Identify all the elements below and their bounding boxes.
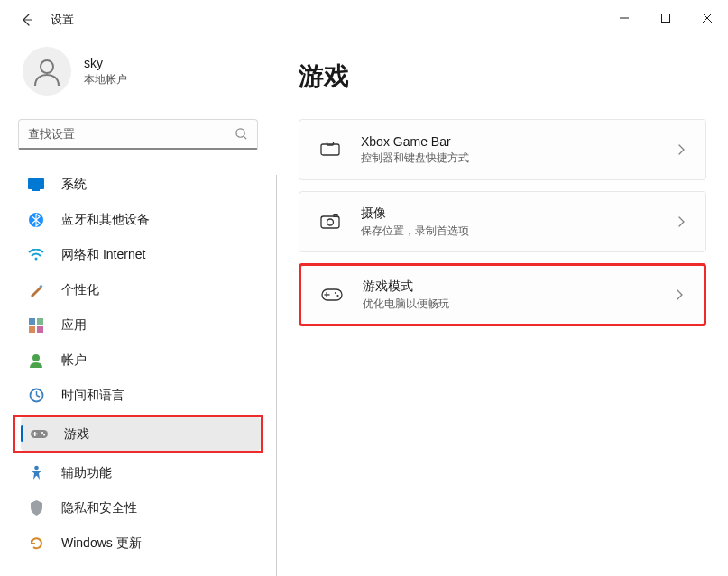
svg-rect-28 [327,142,334,145]
sidebar-item-personalization[interactable]: 个性化 [18,273,262,306]
svg-point-33 [335,292,336,294]
search-input[interactable]: 查找设置 [18,119,258,150]
sidebar-item-label: Windows 更新 [61,535,142,552]
back-button[interactable] [9,2,45,38]
svg-point-17 [32,354,40,361]
content-pane: 游戏 Xbox Game Bar 控制器和键盘快捷方式 摄像 保存位置，录制首选… [277,40,728,576]
sidebar: sky 本地帐户 查找设置 系统 [0,40,276,576]
sidebar-item-label: 个性化 [61,282,99,298]
user-type: 本地帐户 [84,72,127,87]
svg-rect-31 [334,215,337,217]
svg-point-34 [336,295,338,297]
sidebar-item-accounts[interactable]: 帐户 [18,343,262,377]
search-icon [235,127,248,141]
update-icon [27,535,45,553]
svg-rect-8 [28,178,44,189]
gamepad-outline-icon [321,284,343,306]
user-name: sky [84,56,127,70]
sidebar-item-privacy[interactable]: 隐私和安全性 [18,491,262,525]
close-button[interactable] [687,0,728,36]
maximize-icon [660,13,671,23]
svg-rect-9 [32,189,40,191]
search-placeholder: 查找设置 [28,126,235,142]
wifi-icon [27,246,45,264]
page-title: 游戏 [299,59,706,94]
window-title: 设置 [51,12,74,28]
titlebar: 设置 [0,0,728,40]
sidebar-item-time[interactable]: 时间和语言 [18,379,262,412]
sidebar-item-label: 应用 [61,317,87,334]
xbox-icon [319,139,341,160]
camera-icon [319,211,341,233]
svg-rect-13 [29,318,35,325]
accessibility-icon [27,464,45,482]
chevron-right-icon [677,215,686,228]
svg-rect-14 [37,318,43,325]
chevron-right-icon [675,288,684,301]
sidebar-item-label: 系统 [61,177,87,193]
card-subtitle: 保存位置，录制首选项 [361,224,657,239]
svg-point-30 [327,219,334,225]
shield-icon [27,499,45,517]
svg-point-26 [34,466,39,471]
sidebar-item-label: 网络和 Internet [61,247,145,263]
svg-rect-25 [32,434,37,435]
svg-point-23 [42,434,44,435]
monitor-icon [27,176,45,194]
sidebar-item-bluetooth[interactable]: 蓝牙和其他设备 [18,203,262,236]
arrow-left-icon [20,13,34,27]
sidebar-item-update[interactable]: Windows 更新 [18,526,262,560]
avatar [23,47,71,96]
minimize-button[interactable] [604,0,645,36]
sidebar-item-system[interactable]: 系统 [18,168,262,201]
card-title: Xbox Game Bar [361,134,657,149]
sidebar-item-label: 游戏 [64,426,89,443]
sidebar-item-network[interactable]: 网络和 Internet [18,238,262,271]
user-block[interactable]: sky 本地帐户 [18,47,276,96]
card-subtitle: 控制器和键盘快捷方式 [361,151,657,166]
card-title: 游戏模式 [363,279,655,295]
sidebar-item-gaming[interactable]: 游戏 [21,417,261,451]
card-subtitle: 优化电脑以便畅玩 [363,297,655,312]
svg-point-11 [35,257,38,260]
card-game-mode[interactable]: 游戏模式 优化电脑以便畅玩 [299,263,706,326]
chevron-right-icon [677,143,686,156]
svg-point-5 [41,60,53,73]
account-icon [27,352,45,370]
sidebar-item-label: 隐私和安全性 [61,500,137,517]
card-xbox-game-bar[interactable]: Xbox Game Bar 控制器和键盘快捷方式 [299,119,706,180]
window-controls [604,0,728,36]
svg-rect-27 [321,144,339,155]
svg-rect-2 [662,14,670,23]
svg-rect-15 [29,326,35,333]
sidebar-item-label: 辅助功能 [61,465,112,481]
maximize-button[interactable] [645,0,687,36]
bluetooth-icon [27,211,45,229]
sidebar-item-label: 时间和语言 [61,388,124,404]
minimize-icon [619,13,630,23]
paintbrush-icon [27,281,45,299]
svg-rect-16 [37,326,43,333]
sidebar-item-label: 帐户 [61,352,87,369]
close-icon [702,13,713,23]
sidebar-item-apps[interactable]: 应用 [18,308,262,342]
highlight-gaming-nav: 游戏 [13,415,263,453]
svg-line-7 [244,136,246,139]
svg-point-22 [41,432,42,434]
clock-icon [27,387,45,405]
apps-icon [27,316,45,334]
gamepad-icon [30,425,48,443]
sidebar-item-label: 蓝牙和其他设备 [61,212,150,228]
card-captures[interactable]: 摄像 保存位置，录制首选项 [299,191,706,252]
svg-point-6 [236,129,244,137]
svg-rect-36 [325,294,330,295]
nav-list: 系统 蓝牙和其他设备 网络和 Internet 个性化 [18,168,262,560]
svg-rect-29 [321,216,339,228]
person-icon [31,55,63,87]
card-title: 摄像 [361,206,657,222]
sidebar-item-accessibility[interactable]: 辅助功能 [18,456,262,489]
